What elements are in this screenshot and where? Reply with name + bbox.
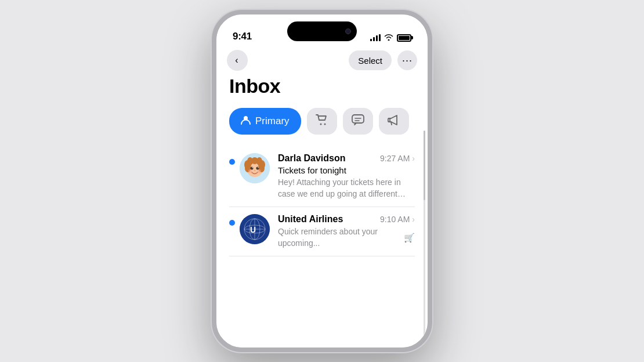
email-item-darla[interactable]: Darla Davidson 9:27 AM › Tickets for ton…: [229, 146, 415, 207]
status-time: 9:41: [233, 31, 252, 42]
phone-wrapper: 9:41: [212, 10, 432, 352]
person-icon: [241, 115, 251, 128]
email-body-united: United Airlines 9:10 AM › Quick reminder…: [278, 214, 415, 249]
back-chevron-icon: ‹: [235, 56, 238, 65]
preview-row-united: Quick reminders about your upcoming... 🛒: [278, 226, 415, 249]
svg-point-17: [252, 167, 253, 168]
unread-dot-darla: [229, 159, 235, 165]
phone-frame: 9:41: [212, 10, 432, 352]
category-tabs: Primary: [229, 108, 415, 135]
time-united: 9:10 AM: [380, 215, 410, 224]
email-meta-united: 9:10 AM ›: [380, 215, 415, 224]
more-button[interactable]: ···: [397, 50, 417, 70]
megaphone-icon: [388, 114, 400, 129]
phone-inner: 9:41: [216, 15, 428, 347]
preview-united: Quick reminders about your upcoming...: [278, 226, 400, 249]
email-list: Darla Davidson 9:27 AM › Tickets for ton…: [229, 146, 415, 256]
svg-point-16: [256, 167, 259, 170]
status-icons: [370, 33, 411, 42]
email-header-darla: Darla Davidson 9:27 AM ›: [278, 153, 415, 164]
select-button[interactable]: Select: [349, 50, 392, 70]
svg-point-2: [324, 123, 325, 125]
sender-darla: Darla Davidson: [278, 153, 345, 164]
email-meta-darla: 9:27 AM ›: [380, 154, 415, 163]
scroll-thumb: [424, 131, 425, 200]
time-darla: 9:27 AM: [380, 154, 410, 163]
inbox-title: Inbox: [229, 75, 415, 97]
more-dots-icon: ···: [402, 55, 413, 66]
chat-icon: [352, 114, 364, 129]
svg-point-1: [320, 123, 321, 125]
svg-point-21: [258, 169, 261, 173]
email-body-darla: Darla Davidson 9:27 AM › Tickets for ton…: [278, 153, 415, 200]
svg-rect-3: [352, 115, 364, 123]
tab-shopping[interactable]: [307, 108, 337, 135]
cart-icon: [316, 114, 328, 129]
battery-icon: [397, 34, 411, 42]
chevron-darla-icon: ›: [412, 154, 415, 163]
svg-point-20: [248, 169, 252, 173]
camera-dot: [345, 28, 351, 34]
wifi-icon: [384, 33, 393, 42]
nav-right: Select ···: [349, 50, 417, 70]
avatar-united: U: [240, 214, 270, 244]
back-button[interactable]: ‹: [227, 50, 248, 71]
svg-point-18: [258, 167, 259, 168]
nav-bar: ‹ Select ···: [216, 46, 428, 75]
chevron-united-icon: ›: [412, 215, 415, 224]
tab-primary[interactable]: Primary: [229, 108, 301, 135]
email-header-united: United Airlines 9:10 AM ›: [278, 214, 415, 225]
svg-point-19: [254, 170, 256, 171]
email-item-united[interactable]: U United Airlines 9:10 AM ›: [229, 207, 415, 256]
tab-promos[interactable]: [379, 108, 409, 135]
sender-united: United Airlines: [278, 214, 343, 225]
tab-primary-label: Primary: [255, 115, 290, 127]
svg-text:U: U: [250, 225, 256, 234]
dynamic-island: [287, 21, 357, 41]
tab-social[interactable]: [343, 108, 373, 135]
avatar-darla: [240, 153, 270, 183]
unread-dot-united: [229, 220, 235, 226]
shopping-tag-icon: 🛒: [404, 233, 415, 243]
preview-darla: Hey! Attaching your tickets here in case…: [278, 177, 415, 200]
subject-darla: Tickets for tonight: [278, 165, 415, 175]
signal-icon: [370, 34, 381, 41]
svg-point-15: [251, 167, 254, 170]
main-content: Inbox Primary: [216, 75, 428, 347]
scroll-indicator: [424, 131, 425, 336]
